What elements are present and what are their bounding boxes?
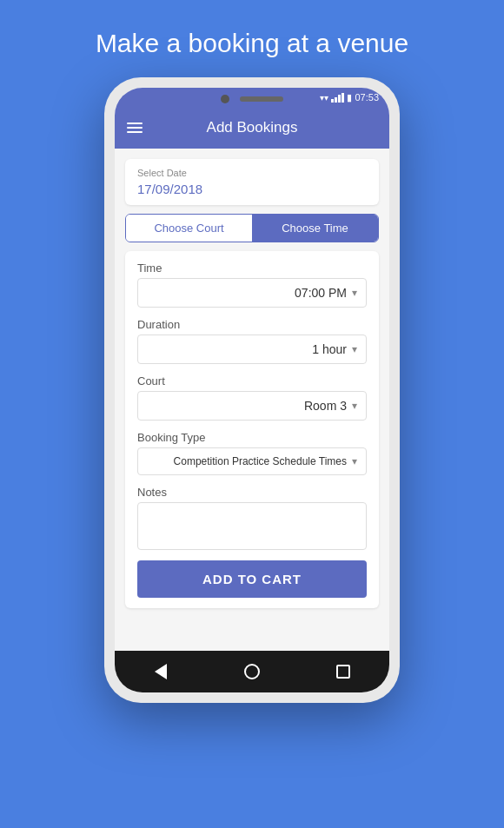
court-select[interactable]: Room 3 ▾ [137, 391, 367, 421]
duration-field-group: Duration 1 hour ▾ [137, 318, 367, 364]
nav-recents-button[interactable] [331, 659, 355, 684]
booking-type-field-group: Booking Type Competition Practice Schedu… [137, 431, 367, 475]
main-content: Select Date 17/09/2018 Choose Court Choo… [115, 149, 389, 651]
booking-type-chevron-icon: ▾ [352, 455, 357, 467]
tab-choose-court[interactable]: Choose Court [126, 215, 252, 242]
hero-title: Make a booking at a venue [61, 0, 443, 77]
app-bar-title: Add Bookings [153, 119, 377, 136]
court-chevron-icon: ▾ [352, 400, 357, 412]
notes-label: Notes [137, 486, 367, 499]
recents-icon [336, 665, 350, 679]
menu-button[interactable] [127, 123, 143, 133]
add-to-cart-button[interactable]: ADD TO CART [137, 560, 367, 598]
notes-field-group: Notes [137, 486, 367, 550]
duration-select[interactable]: 1 hour ▾ [137, 335, 367, 364]
time-value: 07:00 PM [295, 286, 347, 300]
camera [221, 95, 229, 103]
booking-type-select[interactable]: Competition Practice Schedule Times ▾ [137, 447, 367, 475]
home-icon [244, 664, 260, 679]
booking-type-label: Booking Type [137, 431, 367, 444]
time-select[interactable]: 07:00 PM ▾ [137, 278, 367, 308]
battery-icon: ▮ [347, 92, 352, 103]
speaker [240, 96, 283, 102]
form-card: Time 07:00 PM ▾ Duration 1 hour ▾ [125, 251, 379, 608]
phone-top-decor [221, 95, 283, 103]
notes-input[interactable] [137, 502, 367, 550]
duration-chevron-icon: ▾ [352, 343, 357, 355]
date-label: Select Date [137, 168, 367, 178]
time-chevron-icon: ▾ [352, 287, 357, 299]
booking-type-value: Competition Practice Schedule Times [174, 455, 347, 467]
date-card: Select Date 17/09/2018 [125, 159, 379, 205]
court-label: Court [137, 374, 367, 388]
phone-screen: ▾▾ ▮ 07:53 Add Bookings [115, 88, 389, 692]
status-icons: ▾▾ ▮ 07:53 [320, 92, 379, 103]
wifi-icon: ▾▾ [320, 93, 328, 103]
phone-shell: ▾▾ ▮ 07:53 Add Bookings [104, 77, 400, 703]
tab-switcher: Choose Court Choose Time [125, 214, 379, 242]
app-bar: Add Bookings [115, 107, 389, 149]
signal-icon [331, 93, 344, 103]
tab-choose-time[interactable]: Choose Time [252, 215, 378, 242]
time-field-group: Time 07:00 PM ▾ [137, 262, 367, 308]
duration-label: Duration [137, 318, 367, 331]
nav-bar [115, 651, 389, 692]
court-value: Room 3 [304, 399, 347, 413]
time-label: Time [137, 262, 367, 275]
date-value[interactable]: 17/09/2018 [137, 182, 367, 196]
nav-home-button[interactable] [240, 659, 264, 684]
back-icon [155, 664, 167, 679]
duration-value: 1 hour [312, 342, 347, 356]
nav-back-button[interactable] [149, 659, 173, 684]
status-time: 07:53 [355, 92, 379, 103]
court-field-group: Court Room 3 ▾ [137, 374, 367, 421]
